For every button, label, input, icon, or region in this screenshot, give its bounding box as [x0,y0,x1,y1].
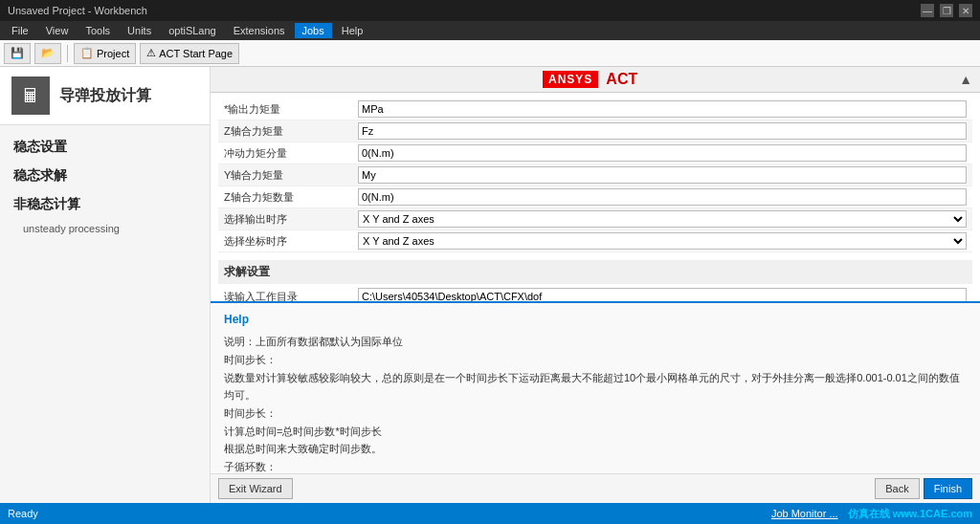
help-para-1: 说明：上面所有数据都默认为国际单位 [224,333,967,351]
section-solver-settings: 求解设置 [218,260,972,284]
ansys-label: ANSYS [548,73,592,86]
wizard-title: 导弹投放计算 [59,86,151,106]
help-para-5: 计算总时间=总时间步数*时间步长 [224,423,967,441]
help-content: 说明：上面所有数据都默认为国际单位 时间步长： 说数量对计算较敏感较影响较大，总… [224,333,967,473]
value-coord-seq[interactable]: X Y and Z axes X axis only Y axis only [352,230,972,252]
nav-unsteady-calc[interactable]: 非稳态计算 [0,188,210,217]
menu-file[interactable]: File [4,23,36,38]
value-y-moment[interactable] [352,164,972,186]
ansys-logo: ANSYS ACT [543,71,637,88]
restore-button[interactable]: ❐ [940,4,953,17]
job-monitor-text[interactable]: Job Monitor ... [771,508,838,519]
help-title: Help [224,311,967,329]
input-work-dir[interactable] [358,288,967,301]
toolbar-open-btn[interactable]: 📂 [34,43,61,64]
title-bar-text: Unsaved Project - Workbench [8,5,147,16]
act-label: ACT [606,71,637,88]
menu-extensions[interactable]: Extensions [226,23,293,38]
watermark-text: 仿真在线 www.1CAE.com [848,507,972,521]
toolbar: 💾 📂 📋 Project ⚠ ACT Start Page [0,40,980,67]
status-bar: Ready Job Monitor ... 仿真在线 www.1CAE.com [0,503,980,524]
help-para-7: 子循环数： [224,458,967,473]
menu-help[interactable]: Help [334,23,371,38]
action-bar: Exit Wizard Back Finish [211,473,980,503]
form-row-z-moment: Z轴合力矩量 [218,120,972,142]
toolbar-project-btn[interactable]: 📋 Project [74,43,136,64]
finish-button[interactable]: Finish [924,478,972,499]
close-button[interactable]: ✕ [959,4,972,17]
label-z-moment-2: Z轴合力矩数量 [218,186,352,208]
label-output-moment: *输出力矩量 [218,98,352,120]
right-header: ANSYS ACT ▲ [211,67,980,93]
form-row-y-moment: Y轴合力矩量 [218,164,972,186]
label-impulse-moment: 冲动力矩分量 [218,142,352,164]
ansys-logo-box: ANSYS [543,71,598,88]
exit-wizard-button[interactable]: Exit Wizard [218,478,293,499]
value-work-dir[interactable] [352,286,972,301]
value-z-moment-2[interactable] [352,186,972,208]
left-panel: 🖩 导弹投放计算 稳态设置 稳态求解 非稳态计算 unsteady proces… [0,67,211,503]
nav-section: 稳态设置 稳态求解 非稳态计算 unsteady processing [0,125,210,246]
input-impulse-moment[interactable] [358,144,967,162]
help-para-3: 说数量对计算较敏感较影响较大，总的原则是在一个时间步长下运动距离最大不能超过10… [224,369,967,404]
value-output-moment[interactable] [352,98,972,120]
form-row-work-dir: 读输入工作目录 [218,286,972,301]
right-panel: ANSYS ACT ▲ *输出力矩量 Z轴合力矩量 冲动力矩分量 [211,67,980,503]
toolbar-save-btn[interactable]: 💾 [4,43,31,64]
menu-bar: File View Tools Units optiSLang Extensio… [0,21,980,40]
title-bar-controls: — ❐ ✕ [921,4,972,17]
input-y-moment[interactable] [358,166,967,184]
form-row-z-moment-2: Z轴合力矩数量 [218,186,972,208]
status-text: Ready [8,508,38,519]
nav-steady-settings[interactable]: 稳态设置 [0,131,210,160]
right-header-space [218,74,221,85]
menu-optislang[interactable]: optiSLang [161,23,224,38]
form-area[interactable]: *输出力矩量 Z轴合力矩量 冲动力矩分量 Y轴合力矩量 Z轴合力矩数量 [211,93,980,301]
input-output-moment[interactable] [358,100,967,118]
project-icon: 📋 [80,47,94,59]
value-output-seq[interactable]: X Y and Z axes X axis only Y axis only [352,208,972,230]
label-output-seq: 选择输出时序 [218,208,352,230]
form-row-impulse-moment: 冲动力矩分量 [218,142,972,164]
label-z-moment: Z轴合力矩量 [218,120,352,142]
nav-unsteady-processing[interactable]: unsteady processing [0,217,210,240]
status-bar-right: Job Monitor ... 仿真在线 www.1CAE.com [771,507,972,521]
form-row-coord-seq: 选择坐标时序 X Y and Z axes X axis only Y axis… [218,230,972,252]
value-impulse-moment[interactable] [352,142,972,164]
label-y-moment: Y轴合力矩量 [218,164,352,186]
help-para-2: 时间步长： [224,351,967,369]
help-area: Help 说明：上面所有数据都默认为国际单位 时间步长： 说数量对计算较敏感较影… [211,301,980,473]
menu-tools[interactable]: Tools [78,23,118,38]
menu-jobs[interactable]: Jobs [295,23,332,38]
act-start-page-label: ACT Start Page [159,48,233,59]
calculator-icon: 🖩 [11,76,50,115]
form-table-2: 读输入工作目录 总时间 时间步长 子循环最大迭代数 自动保存间隔步骤端点 [218,286,972,301]
select-coord-seq[interactable]: X Y and Z axes X axis only Y axis only [358,232,967,250]
menu-units[interactable]: Units [120,23,159,38]
help-para-4: 时间步长： [224,404,967,423]
label-coord-seq: 选择坐标时序 [218,230,352,252]
wizard-header: 🖩 导弹投放计算 [0,67,210,125]
input-z-moment-2[interactable] [358,188,967,206]
back-button[interactable]: Back [875,478,919,499]
minimize-button[interactable]: — [921,4,934,17]
main-area: 🖩 导弹投放计算 稳态设置 稳态求解 非稳态计算 unsteady proces… [0,67,980,503]
project-label: Project [97,48,129,59]
btn-group-right: Back Finish [875,478,972,499]
toolbar-act-start-page-btn[interactable]: ⚠ ACT Start Page [140,43,239,64]
nav-steady-solve[interactable]: 稳态求解 [0,160,210,188]
collapse-button[interactable]: ▲ [959,72,972,87]
value-z-moment[interactable] [352,120,972,142]
input-z-moment[interactable] [358,122,967,140]
act-icon: ⚠ [146,47,156,59]
form-row-output-moment: *输出力矩量 [218,98,972,120]
form-row-output-seq: 选择输出时序 X Y and Z axes X axis only Y axis… [218,208,972,230]
label-work-dir: 读输入工作目录 [218,286,352,301]
toolbar-separator-1 [67,45,68,62]
menu-view[interactable]: View [38,23,77,38]
form-table-1: *输出力矩量 Z轴合力矩量 冲动力矩分量 Y轴合力矩量 Z轴合力矩数量 [218,98,972,252]
title-bar: Unsaved Project - Workbench — ❐ ✕ [0,0,980,21]
help-para-6: 根据总时间来大致确定时间步数。 [224,440,967,458]
select-output-seq[interactable]: X Y and Z axes X axis only Y axis only [358,210,967,228]
